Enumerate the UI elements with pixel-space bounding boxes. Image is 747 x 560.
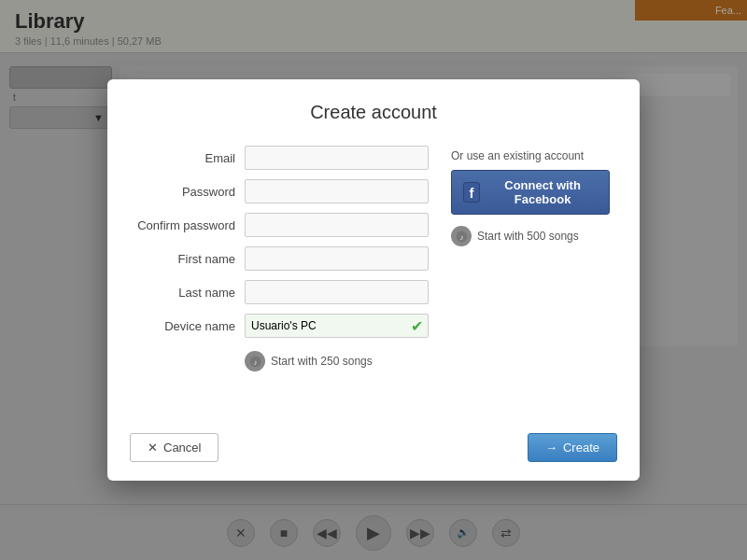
device-input-wrapper: ✔ <box>245 314 429 338</box>
svg-text:♪: ♪ <box>253 358 257 367</box>
modal-columns: Email Password Confirm password First na… <box>137 146 610 371</box>
modal-body: Create account Email Password Confirm pa… <box>107 79 640 422</box>
cancel-label: Cancel <box>163 441 201 455</box>
music-note-icon-right: ♪ <box>456 231 468 243</box>
device-name-row: Device name ✔ <box>137 314 429 338</box>
password-input[interactable] <box>245 179 429 203</box>
modal-dialog: Create account Email Password Confirm pa… <box>107 79 640 481</box>
arrow-icon: → <box>545 441 557 455</box>
create-button[interactable]: → Create <box>528 433 617 462</box>
start-250-songs-text: Start with 250 songs <box>271 355 373 368</box>
confirm-password-label: Confirm password <box>137 218 245 232</box>
device-name-label: Device name <box>137 319 245 333</box>
create-label: Create <box>563 441 599 455</box>
songs-icon-right: ♪ <box>451 226 472 246</box>
start-500-songs-text: Start with 500 songs <box>477 230 579 243</box>
last-name-row: Last name <box>137 280 429 304</box>
device-name-input[interactable] <box>245 314 429 338</box>
first-name-row: First name <box>137 246 429 271</box>
confirm-password-row: Confirm password <box>137 213 429 237</box>
first-name-label: First name <box>137 252 245 266</box>
facebook-btn-label: Connect with Facebook <box>487 178 598 206</box>
confirm-password-input[interactable] <box>245 213 429 237</box>
facebook-icon: f <box>463 182 480 203</box>
right-section: Or use an existing account f Connect wit… <box>451 146 610 371</box>
modal-overlay: Create account Email Password Confirm pa… <box>0 0 747 560</box>
facebook-connect-button[interactable]: f Connect with Facebook <box>451 170 610 215</box>
start-songs-row: ♪ Start with 250 songs <box>137 351 429 371</box>
modal-title: Create account <box>137 102 610 123</box>
modal-footer: ✕ Cancel → Create <box>107 422 640 481</box>
svg-text:♪: ♪ <box>459 233 463 242</box>
last-name-label: Last name <box>137 286 245 300</box>
email-label: Email <box>137 151 245 165</box>
songs-icon: ♪ <box>245 351 265 371</box>
password-label: Password <box>137 185 245 199</box>
form-section: Email Password Confirm password First na… <box>137 146 429 371</box>
password-row: Password <box>137 179 429 203</box>
start-songs-right-row: ♪ Start with 500 songs <box>451 226 610 246</box>
check-icon: ✔ <box>411 317 423 335</box>
email-row: Email <box>137 146 429 170</box>
cancel-button[interactable]: ✕ Cancel <box>130 433 218 462</box>
or-use-text: Or use an existing account <box>451 149 610 162</box>
x-icon: ✕ <box>148 441 158 455</box>
first-name-input[interactable] <box>245 246 429 271</box>
email-input[interactable] <box>245 146 429 170</box>
last-name-input[interactable] <box>245 280 429 304</box>
music-note-icon: ♪ <box>249 356 261 368</box>
